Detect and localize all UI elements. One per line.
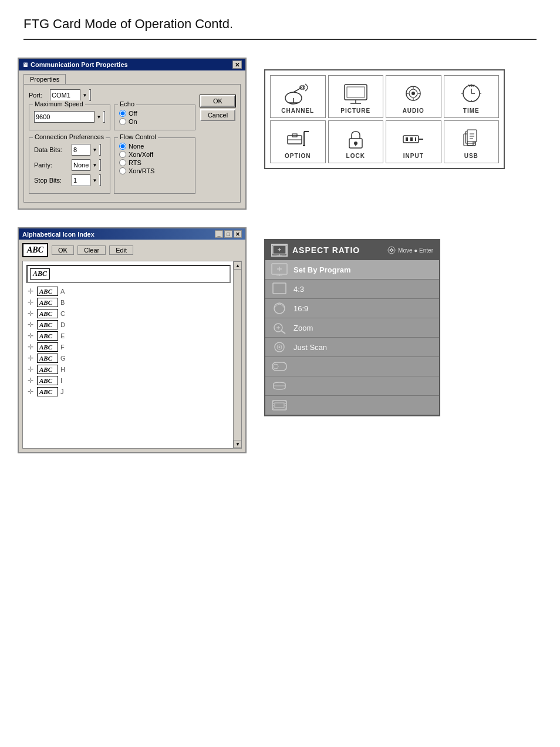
abc-edit-button[interactable]: Edit	[109, 245, 133, 255]
abc-scroll-down-button[interactable]: ▼	[234, 440, 242, 448]
menu-item-channel[interactable]: CHANNEL	[270, 75, 326, 118]
abc-ok-button[interactable]: OK	[52, 245, 74, 255]
svg-rect-72	[275, 403, 284, 408]
speed-select-arrow[interactable]: ▼	[94, 111, 103, 123]
abc-scroll-up-button[interactable]: ▲	[234, 261, 242, 270]
abc-clear-button[interactable]: Clear	[77, 245, 106, 255]
data-bits-arrow[interactable]: ▼	[90, 144, 99, 156]
flow-none-label: None	[129, 143, 144, 150]
tab-bar: Properties	[23, 74, 241, 84]
ar-just-scan-icon	[271, 341, 288, 354]
option-icon	[283, 127, 312, 150]
speed-select[interactable]: 9600 ▼	[34, 111, 105, 123]
dialog-body: Properties Port: COM1 ▼	[19, 70, 245, 208]
abc-title-text: Alphabetical Icon Index	[22, 231, 95, 238]
svg-marker-53	[392, 249, 394, 251]
menu-item-audio[interactable]: AUDIO	[386, 75, 441, 118]
stop-bits-select[interactable]: 1 ▼	[72, 174, 101, 186]
abc-maximize-button[interactable]: □	[224, 230, 232, 238]
flow-none-radio[interactable]	[119, 143, 126, 150]
abc-item-logo-a: ABC	[37, 287, 58, 296]
input-icon	[399, 127, 428, 150]
divider	[23, 39, 537, 40]
lock-icon	[341, 127, 370, 150]
menu-item-lock[interactable]: LOCK	[328, 120, 384, 163]
abc-item-logo-c: ABC	[37, 309, 58, 318]
svg-rect-68	[272, 362, 286, 371]
port-select[interactable]: COM1 ▼	[50, 89, 91, 101]
abc-item-logo-d: ABC	[37, 320, 58, 329]
ar-item-16-9[interactable]: 16:9	[265, 299, 439, 318]
echo-off-radio[interactable]	[119, 110, 126, 117]
abc-item-logo-b: ABC	[37, 298, 58, 307]
abc-minimize-button[interactable]: _	[215, 230, 223, 238]
ar-item-label-43: 4:3	[294, 285, 304, 294]
port-select-arrow[interactable]: ▼	[80, 89, 89, 101]
flow-rts-radio[interactable]	[119, 159, 126, 166]
abc-close-button[interactable]: ✕	[234, 230, 242, 238]
crosshair-icon-b: ✛	[26, 298, 35, 307]
ar-item-4-3[interactable]: 4:3	[265, 280, 439, 299]
list-item: ✛ ABC J	[26, 387, 231, 396]
ok-button[interactable]: OK	[200, 95, 235, 107]
svg-rect-8	[347, 87, 365, 97]
echo-on-radio[interactable]	[119, 118, 126, 125]
ar-item-empty-1[interactable]	[265, 357, 439, 376]
menu-item-time[interactable]: TIME	[444, 75, 500, 118]
abc-item-letter-j: J	[60, 388, 64, 395]
menu-item-picture[interactable]: PICTURE	[328, 75, 384, 118]
ar-item-label-169: 16:9	[294, 304, 308, 313]
dialog-buttons: OK Cancel	[200, 95, 235, 121]
audio-label: AUDIO	[403, 107, 424, 114]
option-label: OPTION	[285, 153, 311, 159]
ar-body: Set By Program 4:3	[265, 260, 439, 415]
parity-arrow[interactable]: ▼	[90, 159, 99, 171]
aspect-ratio-panel: ASPECT RATIO Move ● Enter	[264, 239, 440, 416]
ar-title: ASPECT RATIO	[292, 245, 360, 255]
svg-rect-35	[410, 137, 413, 141]
echo-off-label: Off	[129, 110, 137, 117]
abc-logo: ABC	[22, 243, 48, 257]
ar-tv-icon	[271, 244, 288, 257]
ar-4-3-icon	[271, 282, 288, 295]
echo-label: Echo	[118, 100, 136, 107]
properties-tab[interactable]: Properties	[23, 74, 66, 84]
input-label: INPUT	[403, 153, 424, 159]
parity-select[interactable]: None ▼	[72, 159, 101, 171]
crosshair-icon-h: ✛	[26, 365, 35, 374]
ar-item-set-by-program[interactable]: Set By Program	[265, 260, 439, 280]
conn-pref-group: Connection Preferences Data Bits: 8 ▼	[29, 137, 110, 194]
stop-bits-arrow[interactable]: ▼	[90, 174, 99, 186]
svg-point-11	[411, 92, 415, 95]
flow-xonrts-radio[interactable]	[119, 167, 126, 174]
ar-item-zoom[interactable]: Zoom	[265, 318, 439, 338]
abc-item-letter-g: G	[60, 355, 66, 362]
ar-header: ASPECT RATIO Move ● Enter	[265, 240, 439, 260]
flow-rts-row: RTS	[119, 159, 190, 166]
svg-point-69	[274, 364, 278, 369]
list-item: ✛ ABC E	[26, 331, 231, 341]
ar-item-label-sbp: Set By Program	[294, 265, 351, 274]
dialog-close-button[interactable]: ✕	[232, 60, 242, 69]
data-bits-select[interactable]: 8 ▼	[72, 144, 101, 156]
menu-item-input[interactable]: INPUT	[386, 120, 441, 163]
crosshair-icon-g: ✛	[26, 354, 35, 362]
ar-item-just-scan[interactable]: Just Scan	[265, 338, 439, 357]
flow-xonrts-label: Xon/RTS	[129, 167, 154, 174]
ar-nav-hint: Move ● Enter	[387, 246, 433, 254]
ar-item-empty-2[interactable]	[265, 376, 439, 396]
abc-scrollbar: ▲ ▼	[233, 261, 241, 448]
menu-item-usb[interactable]: USB	[444, 120, 500, 163]
flow-xonxoff-radio[interactable]	[119, 151, 126, 158]
cancel-button[interactable]: Cancel	[200, 109, 235, 121]
abc-item-logo-i: ABC	[37, 376, 58, 385]
abc-search-box: ABC	[26, 265, 231, 283]
max-speed-group: Maximum Speed 9600 ▼	[29, 105, 110, 130]
ar-zoom-icon	[271, 321, 288, 334]
ar-item-empty-3[interactable]	[265, 396, 439, 415]
dialog-title-icon: 🖥	[22, 62, 28, 68]
menu-item-option[interactable]: OPTION	[270, 120, 326, 163]
crosshair-icon-e: ✛	[26, 332, 35, 340]
flow-ctrl-label: Flow Control	[118, 133, 158, 140]
tab-content: Port: COM1 ▼ Maximum Speed	[23, 84, 241, 203]
